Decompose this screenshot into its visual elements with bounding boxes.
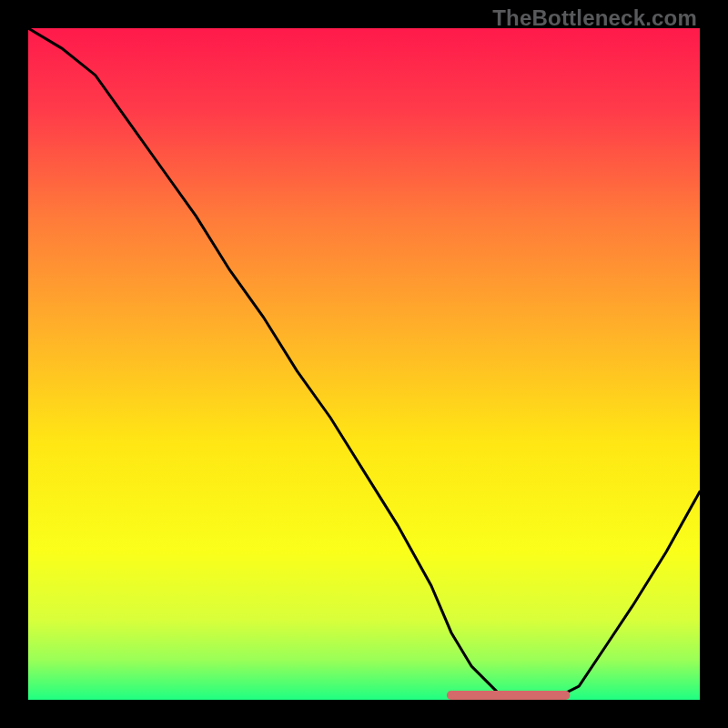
chart-plot-area xyxy=(28,28,700,700)
outer-black-frame: TheBottleneck.com xyxy=(0,0,728,728)
gradient-background xyxy=(28,28,700,700)
chart-svg xyxy=(28,28,700,700)
watermark-text: TheBottleneck.com xyxy=(492,5,697,31)
